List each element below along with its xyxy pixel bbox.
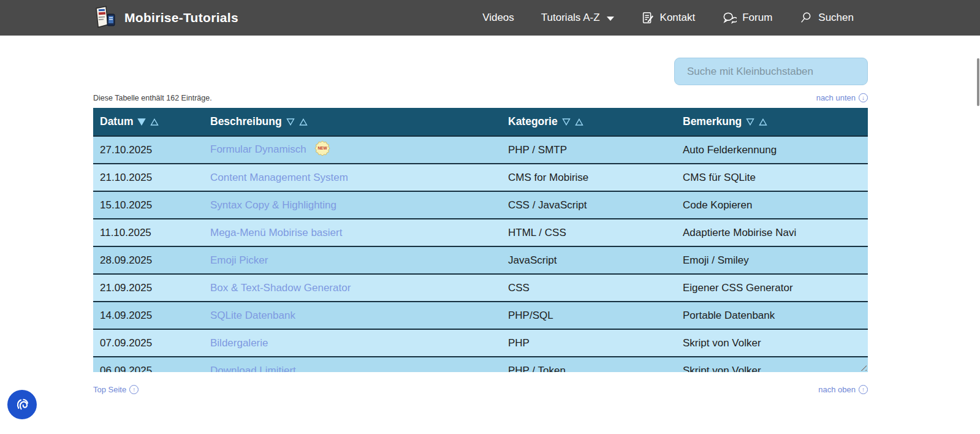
- tutorial-link[interactable]: Download Limitiert: [210, 365, 296, 372]
- arrow-up-circle-icon: ↑: [859, 385, 868, 394]
- cell-bemerkung: Adaptierte Mobirise Navi: [676, 219, 868, 246]
- cell-beschreibung: Box & Text-Shadow Generator: [203, 274, 501, 302]
- main-content: Diese Tabelle enthält 162 Einträge. nach…: [0, 58, 980, 394]
- brand[interactable]: Mobirise-Tutorials: [93, 4, 238, 31]
- vertical-scrollbar-thumb[interactable]: [977, 58, 979, 106]
- cell-beschreibung: Content Management System: [203, 164, 501, 191]
- cell-datum: 21.09.2025: [93, 274, 203, 302]
- cell-kategorie: PHP / Token: [501, 357, 676, 372]
- scroll-up-link[interactable]: nach oben ↑: [818, 385, 868, 394]
- arrow-down-circle-icon: ↓: [859, 93, 868, 102]
- nav-label: Kontakt: [660, 12, 696, 24]
- table-row[interactable]: 06.09.2025 Download Limitiert PHP / Toke…: [93, 357, 868, 372]
- tutorial-link[interactable]: Formular Dynamisch: [210, 143, 306, 155]
- sort-asc-icon: [759, 118, 767, 126]
- cell-datum: 06.09.2025: [93, 357, 203, 372]
- fingerprint-icon: [13, 395, 31, 415]
- sort-desc-icon: [562, 118, 571, 126]
- sort-desc-icon: [286, 118, 295, 126]
- table-entry-count: Diese Tabelle enthält 162 Einträge.: [93, 94, 212, 102]
- column-header-kategorie[interactable]: Kategorie: [501, 108, 676, 136]
- magnifier-icon: [799, 11, 813, 25]
- tutorials-table-body: 27.10.2025 Formular Dynamisch NEW PHP / …: [93, 136, 868, 372]
- sort-asc-icon: [299, 118, 308, 126]
- cell-kategorie: CSS: [501, 274, 676, 302]
- search-input[interactable]: [674, 58, 868, 85]
- scroll-down-label: nach unten: [816, 93, 856, 102]
- nav-item-tutorials-az[interactable]: Tutorials A-Z: [541, 12, 614, 24]
- nav-label: Videos: [482, 12, 514, 24]
- cell-beschreibung: Formular Dynamisch NEW: [203, 136, 501, 164]
- cell-bemerkung: CMS für SQLite: [676, 164, 868, 191]
- cell-bemerkung: Skript von Volker: [676, 329, 868, 357]
- cell-beschreibung: Mega-Menü Mobirise basiert: [203, 219, 501, 246]
- cell-datum: 27.10.2025: [93, 136, 203, 164]
- sort-desc-icon: [746, 118, 754, 126]
- table-row[interactable]: 27.10.2025 Formular Dynamisch NEW PHP / …: [93, 136, 868, 164]
- nav-item-forum[interactable]: Forum: [722, 11, 772, 25]
- sort-asc-icon: [150, 118, 159, 126]
- cell-beschreibung: Bildergalerie: [203, 329, 501, 357]
- cell-beschreibung: Syntax Copy & Highlighting: [203, 191, 501, 219]
- table-row[interactable]: 11.10.2025 Mega-Menü Mobirise basiert HT…: [93, 219, 868, 246]
- top-navbar: Mobirise-Tutorials Videos Tutorials A-Z …: [0, 0, 980, 36]
- table-row[interactable]: 14.09.2025 SQLite Datenbank PHP/SQL Port…: [93, 302, 868, 329]
- column-header-datum[interactable]: Datum: [93, 108, 203, 136]
- cell-datum: 07.09.2025: [93, 329, 203, 357]
- cell-bemerkung: Eigener CSS Generator: [676, 274, 868, 302]
- nav-item-suchen[interactable]: Suchen: [799, 11, 854, 25]
- sort-desc-icon: [137, 118, 146, 126]
- table-row[interactable]: 07.09.2025 Bildergalerie PHP Skript von …: [93, 329, 868, 357]
- column-label: Kategorie: [508, 115, 558, 128]
- scroll-down-link[interactable]: nach unten ↓: [816, 93, 868, 102]
- table-row[interactable]: 21.10.2025 Content Management System CMS…: [93, 164, 868, 191]
- table-row[interactable]: 21.09.2025 Box & Text-Shadow Generator C…: [93, 274, 868, 302]
- speech-bubbles-icon: [722, 11, 737, 25]
- column-label: Datum: [100, 115, 133, 128]
- tutorial-link[interactable]: Syntax Copy & Highlighting: [210, 199, 336, 211]
- cell-beschreibung: Download Limitiert: [203, 357, 501, 372]
- arrow-up-circle-icon: ↑: [129, 385, 139, 394]
- tutorial-link[interactable]: Bildergalerie: [210, 337, 268, 349]
- cell-datum: 14.09.2025: [93, 302, 203, 329]
- sort-asc-icon: [575, 118, 583, 126]
- cell-beschreibung: SQLite Datenbank: [203, 302, 501, 329]
- cell-bemerkung: Auto Felderkennung: [676, 136, 868, 164]
- table-row[interactable]: 28.09.2025 Emoji Picker JavaScript Emoji…: [93, 246, 868, 274]
- nav-item-videos[interactable]: Videos: [482, 12, 514, 24]
- tutorials-table: Datum Beschreibung: [93, 108, 868, 372]
- table-row[interactable]: 15.10.2025 Syntax Copy & Highlighting CS…: [93, 191, 868, 219]
- document-pencil-icon: [641, 11, 655, 25]
- cell-kategorie: CMS for Mobirise: [501, 164, 676, 191]
- cell-kategorie: PHP/SQL: [501, 302, 676, 329]
- column-label: Bemerkung: [683, 115, 742, 128]
- cell-kategorie: JavaScript: [501, 246, 676, 274]
- column-header-beschreibung[interactable]: Beschreibung: [203, 108, 501, 136]
- cell-bemerkung: Skript von Volker: [676, 357, 868, 372]
- cell-datum: 28.09.2025: [93, 246, 203, 274]
- cell-kategorie: PHP: [501, 329, 676, 357]
- tutorial-link[interactable]: Content Management System: [210, 172, 348, 183]
- top-of-page-link[interactable]: Top Seite ↑: [93, 385, 139, 394]
- cell-bemerkung: Emoji / Smiley: [676, 246, 868, 274]
- brand-title: Mobirise-Tutorials: [124, 10, 238, 25]
- scroll-up-label: nach oben: [818, 385, 856, 394]
- cell-kategorie: CSS / JavaScript: [501, 191, 676, 219]
- chevron-down-icon: [607, 17, 614, 21]
- tutorial-link[interactable]: Box & Text-Shadow Generator: [210, 282, 351, 294]
- cell-datum: 21.10.2025: [93, 164, 203, 191]
- new-badge: NEW: [314, 140, 330, 159]
- top-of-page-label: Top Seite: [93, 385, 126, 394]
- tutorial-link[interactable]: Mega-Menü Mobirise basiert: [210, 227, 342, 238]
- tutorial-link[interactable]: SQLite Datenbank: [210, 310, 295, 321]
- cell-kategorie: HTML / CSS: [501, 219, 676, 246]
- cell-datum: 15.10.2025: [93, 191, 203, 219]
- cell-datum: 11.10.2025: [93, 219, 203, 246]
- column-header-bemerkung[interactable]: Bemerkung: [676, 108, 868, 136]
- cell-beschreibung: Emoji Picker: [203, 246, 501, 274]
- tutorial-link[interactable]: Emoji Picker: [210, 254, 268, 266]
- privacy-settings-button[interactable]: [7, 390, 37, 419]
- cell-kategorie: PHP / SMTP: [501, 136, 676, 164]
- nav-item-kontakt[interactable]: Kontakt: [641, 11, 696, 25]
- table-header-row: Datum Beschreibung: [93, 108, 868, 136]
